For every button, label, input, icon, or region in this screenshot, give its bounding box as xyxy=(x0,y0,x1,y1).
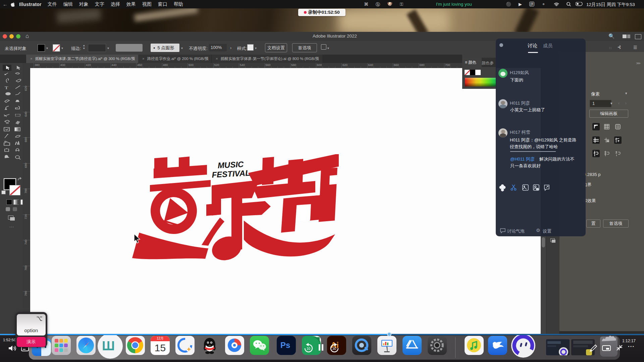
svg-text:FESTIVAL: FESTIVAL xyxy=(212,168,250,179)
svg-text:T: T xyxy=(5,85,8,90)
svg-text:30: 30 xyxy=(332,347,336,351)
svg-text:10: 10 xyxy=(307,347,311,351)
svg-text:MUSIC: MUSIC xyxy=(217,160,244,170)
